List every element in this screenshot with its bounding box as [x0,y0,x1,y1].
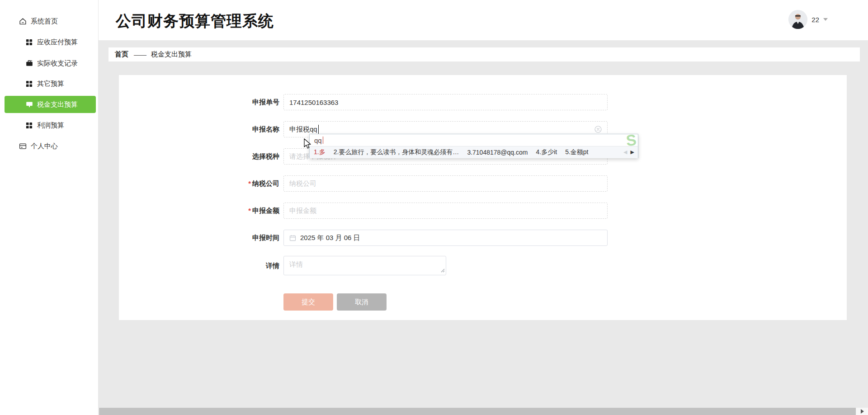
ime-next-page-icon[interactable]: ▶ [631,150,634,155]
page-title: 公司财务预算管理系统 [116,11,274,32]
ime-candidate[interactable]: 4.多少it [536,148,557,156]
grid-icon [25,80,33,88]
company-placeholder: 纳税公司 [289,179,316,188]
field-label: 申报时间 [119,230,279,246]
scrollbar-thumb[interactable] [99,408,856,415]
date-value: 2025 年 03 月 06 日 [300,234,360,242]
sidebar-item-label: 利润预算 [37,121,64,130]
required-marker: * [248,179,251,187]
ime-candidate[interactable]: 3.71048178@qq.com [467,149,528,156]
sidebar-item-label: 应收应付预算 [37,38,78,47]
profile-card-icon [19,142,27,150]
chevron-down-icon[interactable] [823,18,828,21]
home-icon [19,18,27,25]
sidebar-item-actual-records[interactable]: 实际收支记录 [0,55,99,72]
header: 公司财务预算管理系统 22 [99,0,868,40]
form-row-company: *纳税公司 纳税公司 [119,175,847,192]
field-label: 申报单号 [119,94,279,110]
avatar[interactable] [788,10,807,29]
clear-input-icon[interactable] [594,126,602,133]
sidebar-item-label: 个人中心 [31,142,58,151]
detail-textarea[interactable]: 详情 [283,256,446,275]
scrollbar-right-arrow[interactable] [856,408,868,415]
sidebar-item-receivable-budget[interactable]: 应收应付预算 [0,33,99,51]
field-label: 申报名称 [119,121,279,137]
field-label: *纳税公司 [119,175,279,192]
field-label: 详情 [119,256,279,272]
ime-composition-row: qq S [310,134,638,146]
sidebar: 系统首页 应收应付预算 实际收支记录 其它预算 税金支出预算 [0,0,99,415]
breadcrumb: 首页 —— 税金支出预算 [108,47,860,61]
ime-pager: ◀ ▶ [623,150,634,155]
detail-placeholder: 详情 [289,260,303,269]
calendar-icon [289,235,296,241]
ime-composition: qq [314,137,322,144]
monitor-icon [25,101,33,108]
briefcase-icon [25,60,33,67]
required-marker: * [248,207,251,214]
ime-caret [323,137,324,144]
ime-candidate[interactable]: 2.要么旅行，要么读书，身体和灵魂必须有… [334,148,459,156]
breadcrumb-separator: —— [134,51,146,58]
date-input[interactable]: 2025 年 03 月 06 日 [283,230,608,246]
cancel-button[interactable]: 取消 [337,293,387,311]
amount-placeholder: 申报金额 [289,207,316,215]
screen: 系统首页 应收应付预算 实际收支记录 其它预算 税金支出预算 [0,0,868,415]
breadcrumb-current: 税金支出预算 [151,50,192,59]
resize-handle-icon[interactable] [441,266,445,274]
ime-candidate-row: 1.多 2.要么旅行，要么读书，身体和灵魂必须有… 3.71048178@qq.… [310,146,638,158]
ime-popup: qq S 1.多 2.要么旅行，要么读书，身体和灵魂必须有… 3.7104817… [309,134,638,158]
form-row-date: 申报时间 2025 年 03 月 06 日 [119,230,847,246]
sidebar-item-tax-expense-budget[interactable]: 税金支出预算 [5,96,96,113]
submit-button[interactable]: 提交 [283,293,333,311]
user-menu[interactable]: 22 [788,10,828,29]
grid-icon [25,38,33,46]
field-label: 选择税种 [119,148,279,165]
sidebar-item-label: 其它预算 [37,80,64,88]
horizontal-scrollbar[interactable] [99,408,868,415]
ime-candidate[interactable]: 5.金额pt [565,148,588,156]
sidebar-item-label: 税金支出预算 [37,100,78,109]
grid-icon [25,122,33,129]
order-no-input[interactable]: 1741250163363 [283,94,608,110]
form-row-amount: *申报金额 申报金额 [119,203,847,219]
sidebar-item-other-budget[interactable]: 其它预算 [0,75,99,92]
sidebar-item-profit-budget[interactable]: 利润预算 [0,117,99,134]
form-row-detail: 详情 详情 [119,256,847,275]
form-panel: 申报单号 1741250163363 申报名称 申报税qq 选择税种 请选择申报… [119,75,847,320]
form-row-order-no: 申报单号 1741250163363 [119,94,847,110]
username: 22 [811,16,819,24]
sidebar-item-label: 实际收支记录 [37,59,78,68]
amount-input[interactable]: 申报金额 [283,203,608,219]
text-caret [318,125,319,134]
sidebar-item-personal-center[interactable]: 个人中心 [0,137,99,155]
declare-name-value: 申报税qq [289,125,317,134]
sidebar-item-system-home[interactable]: 系统首页 [0,13,99,30]
sidebar-item-label: 系统首页 [31,17,58,26]
order-no-value: 1741250163363 [289,99,338,106]
company-input[interactable]: 纳税公司 [283,175,608,192]
ime-candidate[interactable]: 1.多 [314,148,326,156]
breadcrumb-home-link[interactable]: 首页 [115,50,128,59]
ime-prev-page-icon[interactable]: ◀ [623,150,627,155]
field-label: *申报金额 [119,203,279,219]
